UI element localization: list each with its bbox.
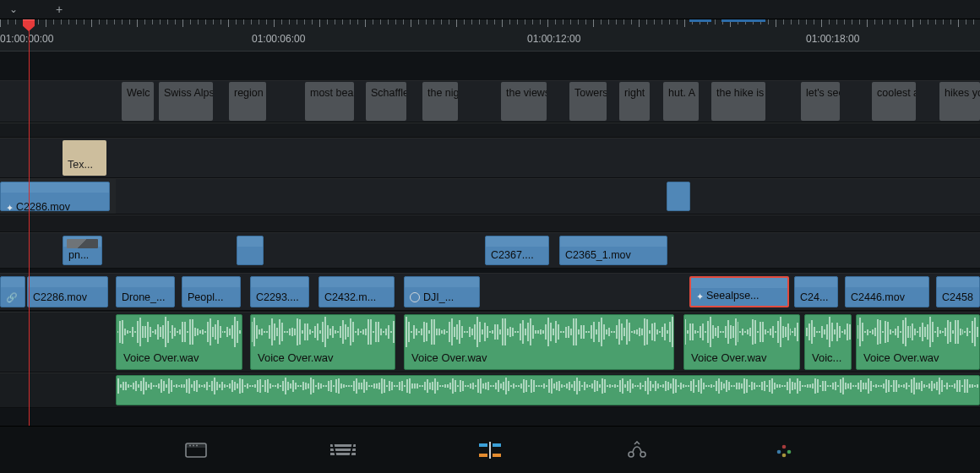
playhead[interactable]: [29, 19, 30, 426]
stabilize-icon: [410, 292, 420, 302]
timecode-label: 01:00:00:00: [0, 33, 53, 45]
timecode-label: 01:00:06:00: [252, 33, 305, 45]
subtitle-clip[interactable]: Towers: [569, 82, 607, 121]
audio-clip[interactable]: Voice Over.wav: [404, 314, 674, 370]
add-timeline-button[interactable]: +: [51, 3, 68, 16]
svg-point-3: [193, 444, 194, 446]
svg-point-13: [629, 452, 634, 457]
audio-clip[interactable]: Voice Over.wav: [250, 314, 395, 370]
svg-point-4: [196, 444, 198, 446]
timeline-dropdown[interactable]: ⌄: [5, 3, 22, 15]
link-icon: 🔗: [6, 292, 18, 302]
video-clip[interactable]: [237, 236, 264, 265]
svg-rect-7: [330, 453, 356, 455]
subtitle-clip[interactable]: hikes you: [939, 82, 980, 121]
page-fusion[interactable]: [623, 436, 651, 465]
svg-rect-10: [479, 454, 487, 457]
svg-point-14: [640, 452, 645, 457]
video-clip[interactable]: C24...: [794, 276, 838, 307]
video-track-2b[interactable]: ✦ ✦C2286.mov: [0, 178, 980, 215]
svg-rect-8: [479, 443, 487, 447]
clip-label: Voice Over.wav: [123, 352, 199, 364]
timecode-label: 01:00:18:00: [806, 33, 859, 45]
page-color[interactable]: [770, 436, 798, 465]
subtitle-clip[interactable]: right: [619, 82, 650, 121]
video-clip[interactable]: Drone_...: [116, 276, 175, 307]
page-cut[interactable]: [329, 436, 357, 465]
video-clip[interactable]: C2293....: [250, 276, 309, 307]
audio-clip[interactable]: Voic...: [804, 314, 852, 370]
video-clip[interactable]: Peopl...: [182, 276, 241, 307]
timeline-tracks: WelcSwiss Alps inregionmost beautiSchaff…: [0, 52, 980, 426]
svg-rect-9: [493, 443, 501, 447]
audio-clip[interactable]: Voice Over.wav: [683, 314, 800, 370]
clip-label: Voic...: [812, 352, 841, 364]
audio-track-1[interactable]: Voice Over.wavVoice Over.wavVoice Over.w…: [0, 312, 980, 372]
page-switcher: [0, 426, 980, 473]
in-out-range[interactable]: [721, 19, 765, 22]
audio-track-2[interactable]: [0, 372, 980, 408]
subtitle-clip[interactable]: the views: [501, 82, 547, 121]
video-track-3[interactable]: Tex...: [0, 138, 980, 178]
fx-icon: ✦: [6, 202, 14, 211]
subtitle-clip[interactable]: coolest an: [872, 82, 916, 121]
svg-point-16: [777, 449, 781, 454]
fx-icon: ✦: [696, 291, 704, 302]
clip-label: Voice Over.wav: [411, 352, 487, 364]
title-clip[interactable]: Tex...: [63, 140, 106, 176]
track-divider: [0, 215, 980, 232]
audio-clip[interactable]: Voice Over.wav: [116, 314, 242, 370]
timecode-label: 01:00:12:00: [527, 33, 580, 45]
svg-point-17: [787, 449, 792, 454]
video-clip[interactable]: C2446.mov: [845, 276, 929, 307]
subtitle-clip[interactable]: let's see: [801, 82, 840, 121]
clip-label: Voice Over.wav: [863, 352, 939, 364]
subtitle-track[interactable]: WelcSwiss Alps inregionmost beautiSchaff…: [0, 80, 980, 122]
video-clip[interactable]: pn...: [63, 236, 102, 265]
subtitle-clip[interactable]: the nig: [422, 82, 458, 121]
svg-point-18: [782, 453, 787, 457]
in-out-range[interactable]: [689, 19, 711, 22]
video-clip[interactable]: 🔗: [0, 276, 25, 307]
subtitle-clip[interactable]: most beauti: [305, 82, 354, 121]
video-track-1[interactable]: 🔗C2286.movDrone_...Peopl...C2293....C243…: [0, 273, 980, 311]
subtitle-clip[interactable]: region: [229, 82, 266, 121]
subtitle-clip[interactable]: Swiss Alps in: [159, 82, 213, 121]
subtitle-clip[interactable]: Welc: [122, 82, 154, 121]
clip-label: Voice Over.wav: [258, 352, 334, 364]
audio-clip[interactable]: Voice Over.wav: [856, 314, 980, 370]
timeline-ruler[interactable]: 01:00:00:0001:00:06:0001:00:12:0001:00:1…: [0, 19, 980, 52]
subtitle-clip[interactable]: Schaffler: [366, 82, 406, 121]
video-track-2a[interactable]: pn...C2367....C2365_1.mov: [0, 232, 980, 269]
svg-rect-12: [489, 442, 491, 459]
video-clip[interactable]: C2365_1.mov: [559, 236, 667, 265]
video-clip[interactable]: C2286.mov: [27, 276, 108, 307]
video-clip[interactable]: [667, 182, 690, 211]
subtitle-clip[interactable]: hut. A: [663, 82, 699, 121]
track-divider: [0, 122, 980, 138]
subtitle-clip[interactable]: the hike is: [711, 82, 765, 121]
video-clip[interactable]: C2458: [936, 276, 980, 307]
timeline-tab-strip: ⌄ +: [0, 0, 980, 19]
audio-clip[interactable]: [116, 375, 980, 405]
clip-label: Voice Over.wav: [691, 352, 767, 364]
svg-rect-11: [493, 454, 501, 457]
video-clip[interactable]: C2367....: [485, 236, 549, 265]
page-edit[interactable]: [476, 436, 504, 465]
video-clip[interactable]: DJI_...: [404, 276, 480, 307]
svg-point-2: [189, 444, 191, 446]
video-clip[interactable]: ✦C2286.mov: [0, 182, 110, 211]
svg-point-15: [782, 444, 787, 449]
video-clip[interactable]: ✦Seealpse...: [689, 276, 789, 307]
video-clip[interactable]: C2432.m...: [318, 276, 395, 307]
page-media[interactable]: [182, 436, 210, 465]
